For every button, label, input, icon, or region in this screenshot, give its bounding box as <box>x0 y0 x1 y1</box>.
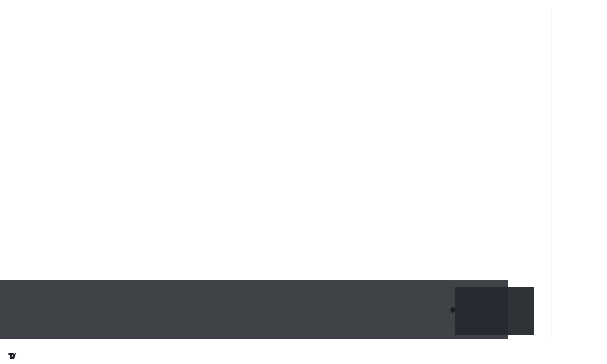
symbol-legend[interactable] <box>4 10 16 15</box>
correlation-panel-background <box>0 280 508 339</box>
correlation-status-tooltip <box>455 287 534 335</box>
tradingview-logo-icon <box>8 352 17 360</box>
tradingview-footer <box>8 352 20 360</box>
time-axis[interactable] <box>0 339 607 350</box>
price-scale[interactable] <box>552 8 607 339</box>
tradingview-published-chart <box>0 0 607 364</box>
